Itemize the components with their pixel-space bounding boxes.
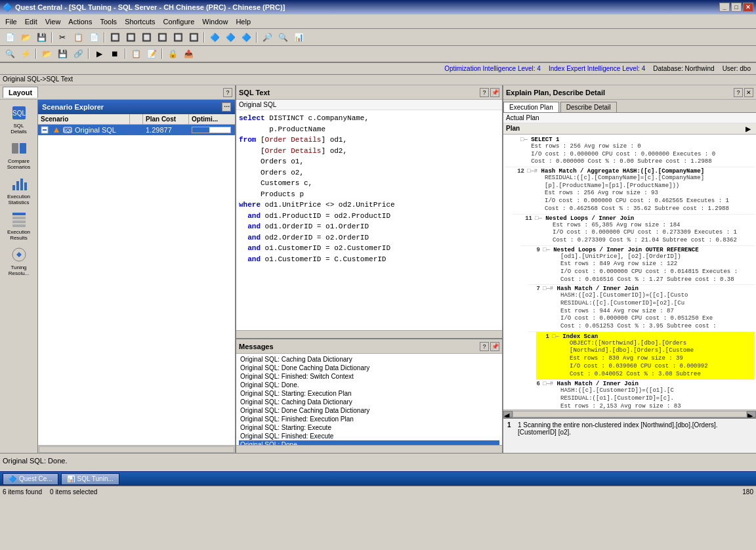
- plan-cost-value: 1.29877: [143, 125, 189, 135]
- minimize-button[interactable]: _: [719, 3, 730, 12]
- list-item[interactable]: Original SQL: Caching Data Dictionary: [239, 398, 499, 406]
- list-item[interactable]: Original SQL: Finished: Switch Context: [239, 372, 499, 381]
- maximize-button[interactable]: □: [731, 3, 742, 12]
- list-item[interactable]: Original SQL: Done Caching Data Dictiona…: [239, 364, 499, 372]
- tb-c2[interactable]: 🔷: [223, 31, 238, 44]
- tb2-d1[interactable]: 📋: [129, 47, 143, 60]
- list-item[interactable]: Original SQL: Starting: Execute: [239, 423, 499, 432]
- menu-bar: File Edit View Actions Tools Shortcuts C…: [0, 14, 756, 29]
- tb2-d2[interactable]: 📝: [144, 47, 159, 60]
- sql-text-pin[interactable]: 📌: [490, 88, 499, 97]
- plan-scroll-right[interactable]: ▶: [746, 125, 753, 133]
- tb-d2[interactable]: 🔍: [276, 31, 290, 44]
- left-panel: Layout ? SQL SQLDetails Compar: [0, 85, 236, 453]
- tab-layout[interactable]: Layout: [3, 87, 38, 98]
- plan-node: □─ SELECT 1 Est rows : 256 Avg row size …: [505, 136, 755, 167]
- menu-actions[interactable]: Actions: [64, 16, 96, 27]
- scroll-left-btn[interactable]: ◀: [503, 411, 513, 417]
- svg-rect-8: [12, 213, 26, 215]
- tb-d3[interactable]: 📊: [291, 31, 306, 44]
- messages-list[interactable]: Original SQL: Caching Data Dictionary Or…: [236, 354, 502, 445]
- tb-copy[interactable]: 📋: [71, 31, 85, 44]
- sidebar-sql-details[interactable]: SQL SQLDetails: [3, 102, 35, 137]
- sidebar-tuning-resolution[interactable]: TuningResolu...: [3, 244, 35, 278]
- tb-new[interactable]: 📄: [3, 31, 17, 44]
- messages-help[interactable]: ?: [480, 342, 489, 351]
- plan-node: 7 □─# Hash Match / Inner Join HASH:([o2]…: [528, 285, 755, 331]
- list-item[interactable]: Original SQL: Done Caching Data Dictiona…: [239, 406, 499, 415]
- taskbar-quest-central[interactable]: 🔷 Quest Ce...: [3, 473, 58, 485]
- tb-b1[interactable]: 🔲: [108, 31, 122, 44]
- svg-text:SQL: SQL: [12, 110, 25, 117]
- list-item[interactable]: Original SQL: Done.: [239, 440, 499, 445]
- right-panel: Explain Plan, Describe Detail ? ✕ Execut…: [503, 85, 756, 453]
- col-scenario: Scenario: [38, 114, 130, 124]
- scenario-menu-button[interactable]: ⋯: [222, 102, 231, 112]
- menu-edit[interactable]: Edit: [21, 16, 41, 27]
- tb2-a2[interactable]: ⚡: [18, 47, 33, 60]
- sql-editor[interactable]: select DISTINCT c.CompanyName, p.Product…: [236, 110, 502, 330]
- original-sql-label: Original SQL: [236, 100, 502, 110]
- tb-d1[interactable]: 🔎: [260, 31, 274, 44]
- tb2-e2[interactable]: 📤: [181, 47, 196, 60]
- sidebar-compare-scenarios[interactable]: CompareScenarios: [3, 138, 35, 172]
- tb2-a1[interactable]: 🔍: [3, 47, 17, 60]
- list-item[interactable]: Original SQL: Finished: Execution Plan: [239, 415, 499, 423]
- tb-b6[interactable]: 🔲: [186, 31, 201, 44]
- optimization-level: Optimization Intelligence Level: 4: [444, 65, 541, 72]
- tb2-b3[interactable]: 🔗: [71, 47, 85, 60]
- menu-tools[interactable]: Tools: [96, 16, 121, 27]
- menu-configure[interactable]: Configure: [159, 16, 199, 27]
- svg-marker-15: [54, 127, 59, 133]
- close-button[interactable]: ✕: [743, 3, 753, 12]
- menu-file[interactable]: File: [1, 16, 21, 27]
- tb2-b1[interactable]: 📂: [39, 47, 54, 60]
- tb-paste[interactable]: 📄: [87, 31, 101, 44]
- tb-save[interactable]: 💾: [34, 31, 49, 44]
- sidebar-execution-statistics[interactable]: ExecutionStatistics: [3, 173, 35, 207]
- app-icon: 🔷: [3, 3, 12, 12]
- svg-text:SQL: SQL: [63, 128, 72, 133]
- tb2-c1[interactable]: ▶: [92, 47, 106, 60]
- menu-window[interactable]: Window: [198, 16, 232, 27]
- tb-b4[interactable]: 🔲: [155, 31, 169, 44]
- exec-plan-header: Explain Plan, Describe Detail: [506, 89, 605, 96]
- tb-b3[interactable]: 🔲: [139, 31, 154, 44]
- tb2-c2[interactable]: ⏹: [108, 47, 122, 60]
- tab-describe-detail[interactable]: Describe Detail: [560, 102, 617, 112]
- status-text: Original SQL: Done.: [3, 457, 67, 465]
- tb-open[interactable]: 📂: [18, 31, 33, 44]
- menu-shortcuts[interactable]: Shortcuts: [121, 16, 159, 27]
- menu-view[interactable]: View: [41, 16, 65, 27]
- menu-help[interactable]: Help: [232, 16, 255, 27]
- tb-c3[interactable]: 🔷: [239, 31, 253, 44]
- list-item[interactable]: Original SQL: Starting: Execution Plan: [239, 389, 499, 398]
- tb-b2[interactable]: 🔲: [123, 31, 138, 44]
- sql-text-help[interactable]: ?: [480, 88, 489, 97]
- title-text: Quest Central - [SQL Tuning - SQL Server…: [15, 3, 285, 11]
- tb2-b2[interactable]: 💾: [55, 47, 70, 60]
- svg-rect-11: [12, 224, 26, 227]
- messages-pin[interactable]: 📌: [490, 342, 499, 351]
- plan-node-highlighted: 1 □─ Index Scan OBJECT:([Northwind].[dbo…: [536, 332, 755, 380]
- list-item[interactable]: Original SQL: Caching Data Dictionary: [239, 355, 499, 364]
- messages-panel: Messages ? 📌 Original SQL: Caching Data …: [236, 338, 502, 453]
- list-item[interactable]: Original SQL: Done.: [239, 381, 499, 389]
- left-sidebar: SQL SQLDetails CompareScenarios Executio…: [0, 100, 38, 453]
- sidebar-execution-results[interactable]: ExecutionResults: [3, 209, 35, 243]
- exec-plan-tree[interactable]: □─ SELECT 1 Est rows : 256 Avg row size …: [503, 135, 756, 410]
- user-info: User: dbo: [723, 65, 751, 72]
- tab-execution-plan[interactable]: Execution Plan: [503, 102, 559, 112]
- tb-cut[interactable]: ✂: [55, 31, 70, 44]
- list-item[interactable]: Original SQL: Finished: Execute: [239, 432, 499, 440]
- scroll-right-btn[interactable]: ▶: [747, 411, 756, 417]
- tb2-e1[interactable]: 🔒: [165, 47, 180, 60]
- exec-plan-close[interactable]: ✕: [744, 88, 753, 97]
- exec-plan-help[interactable]: ?: [734, 88, 743, 97]
- taskbar-sql-tuning[interactable]: 📊 SQL Tunin...: [61, 473, 119, 485]
- scenario-help-button[interactable]: ?: [223, 88, 232, 97]
- table-row[interactable]: SQL Original SQL 1.29877: [38, 125, 235, 135]
- tb-c1[interactable]: 🔷: [207, 31, 222, 44]
- tb-b5[interactable]: 🔲: [171, 31, 185, 44]
- exec-plan-tabs: Execution Plan Describe Detail: [503, 100, 756, 113]
